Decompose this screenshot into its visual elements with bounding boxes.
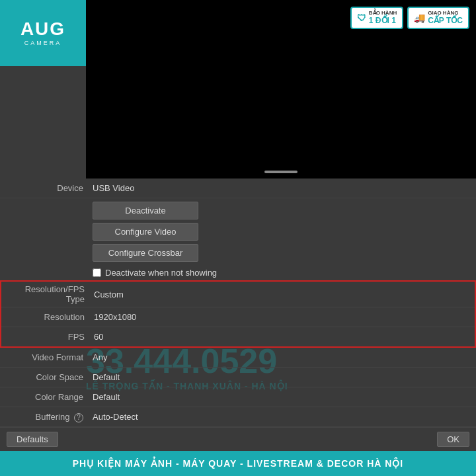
button-area: Deactivate Configure Video Configure Cro…	[0, 198, 476, 265]
shield-icon: 🛡	[357, 13, 366, 23]
color-space-row: Color Space Default	[0, 368, 476, 387]
buffering-label: Buffering ?	[7, 412, 93, 422]
resolution-fps-type-value: Custom	[94, 290, 124, 299]
deactivate-checkbox[interactable]	[93, 268, 101, 277]
resolution-label: Resolution	[8, 312, 94, 322]
fps-value: 60	[94, 332, 103, 342]
video-format-row: Video Format Any	[0, 348, 476, 368]
delivery-icon: 🚚	[414, 13, 425, 23]
bottom-bar-text: PHỤ KIỆN MÁY ẢNH - MÁY QUAY - LIVESTREAM…	[73, 458, 404, 469]
badge-area: 🛡 BẢO HÀNH 1 ĐỔI 1 🚚 GIAO HÀNG CẤP TỐC	[350, 7, 469, 29]
defaults-button[interactable]: Defaults	[7, 432, 58, 447]
color-range-row: Color Range Default	[0, 387, 476, 407]
watermark-container: 33.444.0529 LÊ TRỌNG TẤN - THANH XUÂN - …	[0, 348, 476, 427]
footer-row: Defaults OK	[0, 427, 476, 451]
configure-video-button[interactable]: Configure Video	[93, 223, 198, 241]
video-format-value: Any	[93, 352, 107, 362]
resolution-fps-type-label: Resolution/FPS Type	[8, 284, 94, 304]
badge-warranty-line2: 1 ĐỔI 1	[369, 17, 397, 25]
buffering-row: Buffering ? Auto-Detect	[0, 407, 476, 427]
color-space-value: Default	[93, 372, 120, 382]
badge-warranty: 🛡 BẢO HÀNH 1 ĐỔI 1	[350, 7, 403, 29]
badge-delivery-line2: CẤP TỐC	[428, 17, 463, 25]
highlight-section: Resolution/FPS Type Custom Resolution 19…	[0, 280, 476, 348]
scroll-indicator	[264, 171, 298, 173]
settings-panel: Device USB Video Deactivate Configure Vi…	[0, 178, 476, 451]
color-range-value: Default	[93, 392, 120, 402]
video-format-label: Video Format	[7, 352, 93, 362]
bottom-bar: PHỤ KIỆN MÁY ẢNH - MÁY QUAY - LIVESTREAM…	[0, 451, 476, 476]
deactivate-button[interactable]: Deactivate	[93, 202, 198, 219]
badge-delivery: 🚚 GIAO HÀNG CẤP TỐC	[407, 7, 469, 29]
buffering-info-icon[interactable]: ?	[74, 413, 83, 422]
resolution-row: Resolution 1920x1080	[1, 307, 475, 327]
resolution-value: 1920x1080	[94, 312, 136, 322]
buffering-value: Auto-Detect	[93, 412, 138, 422]
color-space-label: Color Space	[7, 372, 93, 382]
logo-sub: CAMERA	[24, 40, 62, 46]
logo: AUG CAMERA	[0, 0, 86, 66]
device-row: Device USB Video	[0, 178, 476, 198]
configure-crossbar-button[interactable]: Configure Crossbar	[93, 244, 198, 262]
color-range-label: Color Range	[7, 392, 93, 402]
resolution-fps-type-row: Resolution/FPS Type Custom	[1, 282, 475, 307]
fps-row: FPS 60	[1, 327, 475, 346]
deactivate-checkbox-label: Deactivate when not showing	[105, 268, 217, 278]
device-value: USB Video	[93, 183, 134, 193]
logo-text: AUG	[20, 20, 65, 38]
deactivate-checkbox-row[interactable]: Deactivate when not showing	[0, 265, 476, 280]
fps-label: FPS	[8, 332, 94, 342]
ok-button[interactable]: OK	[437, 432, 469, 447]
video-preview: 🛡 BẢO HÀNH 1 ĐỔI 1 🚚 GIAO HÀNG CẤP TỐC	[86, 0, 476, 178]
device-label: Device	[7, 183, 93, 193]
